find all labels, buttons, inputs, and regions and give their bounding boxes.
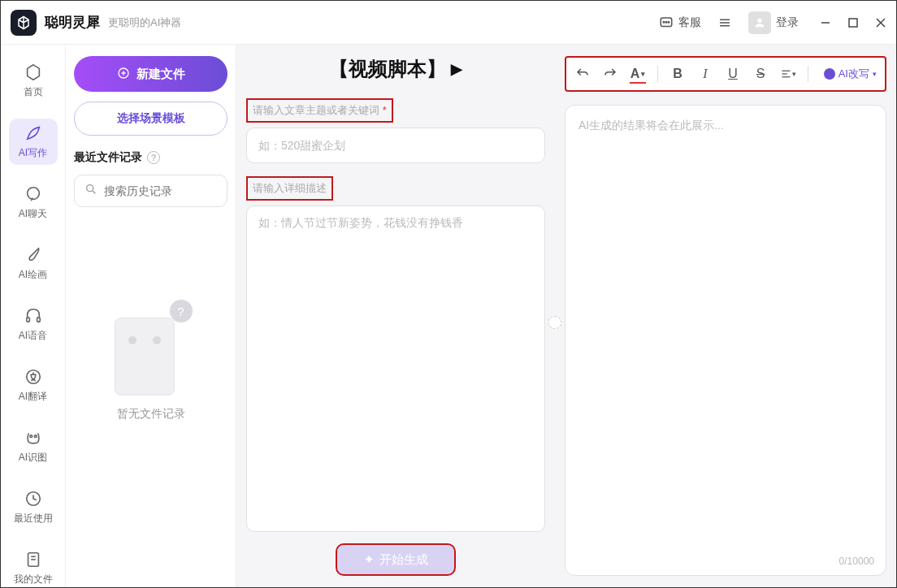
align-button[interactable]: ▾ bbox=[780, 66, 796, 82]
generate-label: 开始生成 bbox=[379, 552, 428, 568]
login-label: 登录 bbox=[776, 15, 799, 30]
recent-files-header: 最近文件记录 ? bbox=[74, 150, 228, 165]
sidebar-item-home[interactable]: 首页 bbox=[9, 58, 58, 104]
sidebar-item-label: 最近使用 bbox=[14, 512, 53, 525]
output-area[interactable]: AI生成的结果将会在此展示... 0/10000 bbox=[565, 105, 886, 576]
empty-text: 暂无文件记录 bbox=[117, 407, 185, 422]
brush-icon bbox=[24, 245, 43, 265]
right-panel: A▾ B I U S ▾ AI改写 ▾ AI生成的结果将会在此展示... 0/1… bbox=[555, 45, 896, 587]
undo-button[interactable] bbox=[574, 66, 591, 82]
topic-label-text: 请输入文章主题或者关键词 bbox=[253, 104, 379, 116]
menu-button[interactable] bbox=[709, 11, 740, 35]
sidebar-item-files[interactable]: 我的文件 bbox=[9, 545, 58, 588]
chat-icon bbox=[659, 15, 674, 30]
sidebar: 首页 AI写作 AI聊天 AI绘画 AI语音 AI翻译 AI识图 最近使用 bbox=[1, 45, 66, 587]
customer-service-label: 客服 bbox=[678, 15, 701, 30]
sidebar-item-voice[interactable]: AI语音 bbox=[9, 301, 58, 348]
minimize-button[interactable] bbox=[820, 17, 831, 28]
bold-button[interactable]: B bbox=[670, 66, 686, 82]
avatar-icon bbox=[748, 11, 771, 34]
ai-rewrite-label: AI改写 bbox=[838, 67, 869, 81]
titlebar: 聪明灵犀 更聪明的AI神器 客服 登录 bbox=[1, 1, 896, 45]
sidebar-item-label: AI聊天 bbox=[19, 207, 47, 221]
font-color-button[interactable]: A▾ bbox=[630, 66, 646, 82]
hamburger-icon bbox=[717, 15, 732, 30]
headphones-icon bbox=[24, 306, 43, 326]
sidebar-item-label: AI绘画 bbox=[19, 268, 47, 282]
page-title: 【视频脚本】 ▶ bbox=[246, 56, 545, 82]
new-file-label: 新建文件 bbox=[136, 67, 185, 82]
sidebar-item-write[interactable]: AI写作 bbox=[9, 119, 58, 165]
sidebar-item-label: AI语音 bbox=[19, 329, 47, 343]
plus-icon bbox=[117, 67, 130, 82]
sidebar-item-label: 我的文件 bbox=[14, 573, 53, 586]
close-button[interactable] bbox=[875, 17, 886, 28]
svg-point-16 bbox=[29, 435, 32, 438]
search-icon bbox=[84, 183, 98, 199]
window-controls bbox=[820, 17, 886, 28]
sidebar-item-recent[interactable]: 最近使用 bbox=[9, 484, 58, 530]
underline-button[interactable]: U bbox=[725, 66, 741, 82]
italic-button[interactable]: I bbox=[697, 66, 713, 82]
sidebar-item-label: AI翻译 bbox=[19, 390, 47, 404]
bubble-icon bbox=[24, 184, 43, 204]
customer-service-button[interactable]: 客服 bbox=[651, 11, 709, 35]
app-logo-icon bbox=[11, 10, 37, 36]
choose-template-button[interactable]: 选择场景模板 bbox=[74, 102, 228, 136]
image-icon bbox=[24, 428, 43, 447]
resize-handle[interactable] bbox=[548, 316, 561, 329]
empty-illustration-icon: ? bbox=[115, 306, 188, 396]
help-icon[interactable]: ? bbox=[147, 151, 160, 164]
svg-point-12 bbox=[27, 188, 39, 200]
svg-line-26 bbox=[93, 191, 95, 193]
sidebar-item-chat[interactable]: AI聊天 bbox=[9, 179, 58, 226]
required-mark: * bbox=[383, 104, 387, 116]
sidebar-item-translate[interactable]: AI翻译 bbox=[9, 362, 58, 409]
svg-point-25 bbox=[87, 185, 93, 192]
svg-rect-13 bbox=[26, 318, 29, 322]
ai-rewrite-button[interactable]: AI改写 ▾ bbox=[824, 67, 877, 81]
desc-label: 请输入详细描述 bbox=[246, 176, 333, 201]
page-title-text: 【视频脚本】 bbox=[329, 56, 446, 82]
char-counter: 0/10000 bbox=[839, 556, 874, 567]
svg-point-1 bbox=[663, 21, 665, 23]
sparkle-icon: ✦ bbox=[364, 552, 375, 567]
app-title: 聪明灵犀 bbox=[45, 13, 100, 32]
search-box[interactable] bbox=[74, 175, 228, 207]
recent-files-title: 最近文件记录 bbox=[74, 150, 142, 165]
sidebar-item-paint[interactable]: AI绘画 bbox=[9, 240, 58, 287]
center-panel: 【视频脚本】 ▶ 请输入文章主题或者关键词 * 请输入详细描述 ✦ 开始生成 bbox=[236, 45, 555, 587]
sidebar-item-label: 首页 bbox=[24, 85, 43, 99]
topic-label: 请输入文章主题或者关键词 * bbox=[246, 98, 393, 123]
search-input[interactable] bbox=[104, 184, 246, 197]
generate-button[interactable]: ✦ 开始生成 bbox=[336, 543, 456, 576]
ai-dot-icon bbox=[824, 68, 835, 80]
maximize-button[interactable] bbox=[847, 17, 859, 28]
editor-toolbar: A▾ B I U S ▾ AI改写 ▾ bbox=[565, 56, 886, 92]
separator bbox=[657, 66, 658, 82]
app-subtitle: 更聪明的AI神器 bbox=[108, 15, 181, 30]
strikethrough-button[interactable]: S bbox=[752, 66, 769, 82]
home-icon bbox=[24, 63, 43, 82]
pen-icon bbox=[24, 123, 43, 143]
svg-point-3 bbox=[668, 21, 670, 23]
play-icon[interactable]: ▶ bbox=[451, 60, 462, 78]
sidebar-item-label: AI识图 bbox=[19, 451, 47, 465]
redo-button[interactable] bbox=[602, 66, 618, 82]
chevron-down-icon: ▾ bbox=[873, 70, 877, 78]
description-textarea[interactable] bbox=[246, 205, 545, 532]
new-file-button[interactable]: 新建文件 bbox=[74, 56, 228, 92]
output-placeholder: AI生成的结果将会在此展示... bbox=[578, 119, 724, 132]
svg-point-15 bbox=[26, 370, 40, 384]
svg-rect-9 bbox=[849, 19, 857, 27]
svg-point-17 bbox=[34, 435, 37, 438]
empty-state: ? 暂无文件记录 bbox=[74, 306, 228, 422]
translate-icon bbox=[24, 367, 43, 387]
sidebar-item-image[interactable]: AI识图 bbox=[9, 423, 58, 469]
separator bbox=[808, 66, 808, 82]
file-icon bbox=[24, 550, 43, 569]
topic-input[interactable] bbox=[246, 128, 545, 163]
svg-point-2 bbox=[665, 21, 667, 23]
login-button[interactable]: 登录 bbox=[740, 6, 807, 39]
svg-rect-14 bbox=[37, 318, 40, 322]
